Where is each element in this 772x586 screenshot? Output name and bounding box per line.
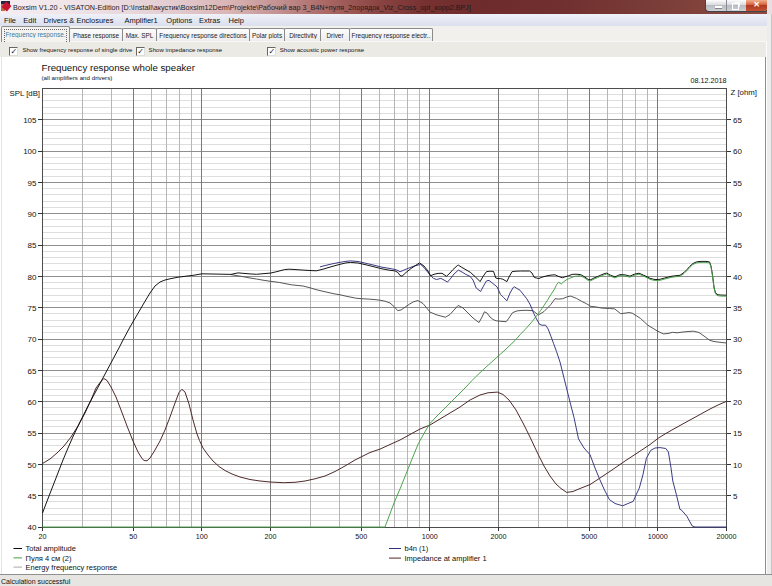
svg-text:Energy frequency response: Energy frequency response bbox=[26, 563, 118, 572]
svg-text:Пуля 4 см (2): Пуля 4 см (2) bbox=[26, 554, 72, 563]
svg-text:b4n (1): b4n (1) bbox=[405, 544, 429, 553]
svg-text:Total amplitude: Total amplitude bbox=[26, 544, 76, 553]
svg-text:Impedance at amplifier 1: Impedance at amplifier 1 bbox=[405, 554, 487, 563]
